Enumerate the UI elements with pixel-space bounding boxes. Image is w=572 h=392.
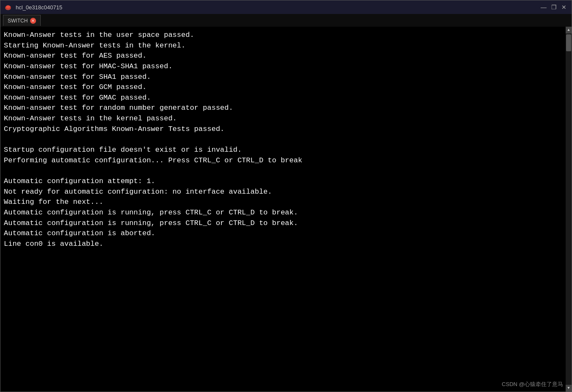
scroll-down-arrow[interactable]: ▼ <box>566 385 572 392</box>
tab-close-button[interactable]: ✕ <box>30 18 36 24</box>
terminal-content[interactable]: Known-Answer tests in the user space pas… <box>0 27 566 392</box>
scrollbar-track[interactable] <box>566 33 572 385</box>
terminal-output: Known-Answer tests in the user space pas… <box>4 30 564 249</box>
restore-button[interactable]: ❐ <box>550 3 558 11</box>
minimize-button[interactable]: — <box>539 3 548 11</box>
tab-label: SWITCH <box>8 18 28 24</box>
main-window: hcl_0e318c040715 — ❐ ✕ SWITCH ✕ Known-An… <box>0 0 572 392</box>
close-button[interactable]: ✕ <box>560 3 568 11</box>
title-bar-left: hcl_0e318c040715 <box>4 3 62 11</box>
tab-bar: SWITCH ✕ <box>0 14 572 27</box>
title-bar-controls: — ❐ ✕ <box>539 3 568 11</box>
scrollbar-thumb[interactable] <box>566 34 571 51</box>
terminal-area: Known-Answer tests in the user space pas… <box>0 27 572 392</box>
svg-point-3 <box>6 5 10 8</box>
scroll-up-arrow[interactable]: ▲ <box>566 27 572 33</box>
scrollbar[interactable]: ▲ ▼ <box>566 27 572 392</box>
title-bar: hcl_0e318c040715 — ❐ ✕ <box>0 0 572 14</box>
tab-switch[interactable]: SWITCH ✕ <box>3 15 41 26</box>
watermark: CSDN @心猿牵住了意马 <box>502 381 563 388</box>
window-title: hcl_0e318c040715 <box>16 4 62 11</box>
app-icon <box>4 3 12 11</box>
